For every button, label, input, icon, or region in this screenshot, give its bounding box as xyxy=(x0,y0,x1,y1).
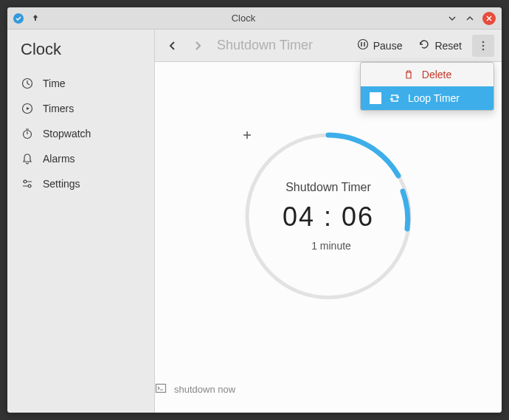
menu-loop-label: Loop Timer xyxy=(408,92,460,104)
command-row: shutdown now xyxy=(155,371,502,413)
clock-icon xyxy=(21,77,34,90)
menu-item-delete[interactable]: Delete xyxy=(361,63,494,86)
reset-button[interactable]: Reset xyxy=(412,35,468,55)
svg-rect-10 xyxy=(156,385,166,393)
context-menu: Delete Loop Timer xyxy=(360,62,494,111)
back-button[interactable] xyxy=(162,35,183,56)
svg-point-3 xyxy=(24,180,27,183)
sidebar-item-label: Timers xyxy=(43,103,74,114)
sidebar: Clock Time Timers xyxy=(7,30,155,413)
svg-point-5 xyxy=(358,40,367,49)
loop-checkbox[interactable] xyxy=(370,92,381,104)
forward-button[interactable] xyxy=(187,35,208,56)
sidebar-item-timers[interactable]: Timers xyxy=(7,96,154,121)
pause-button[interactable]: Pause xyxy=(351,35,409,55)
minimize-button[interactable] xyxy=(447,13,457,24)
reset-icon xyxy=(418,38,430,52)
timer-icon xyxy=(21,102,34,115)
titlebar: Clock xyxy=(7,7,502,30)
terminal-icon xyxy=(155,382,167,396)
sidebar-header: Clock xyxy=(7,30,154,66)
sliders-icon xyxy=(21,177,34,190)
menu-item-loop[interactable]: Loop Timer xyxy=(361,86,494,110)
sidebar-item-label: Stopwatch xyxy=(43,128,91,140)
menu-delete-label: Delete xyxy=(422,69,451,80)
pause-label: Pause xyxy=(373,40,403,52)
stopwatch-icon xyxy=(21,127,34,140)
timer-ring: Shutdown Timer 04 : 06 1 minute xyxy=(242,130,415,303)
sidebar-item-stopwatch[interactable]: Stopwatch xyxy=(7,121,154,146)
maximize-button[interactable] xyxy=(465,13,475,24)
loop-icon xyxy=(389,92,401,104)
svg-point-8 xyxy=(482,48,485,50)
toolbar-title: Shutdown Timer xyxy=(217,38,347,53)
reset-label: Reset xyxy=(434,40,462,52)
svg-point-7 xyxy=(482,44,485,47)
sidebar-item-time[interactable]: Time xyxy=(7,71,154,96)
bell-icon xyxy=(21,152,34,165)
trash-icon xyxy=(403,69,415,80)
sidebar-item-alarms[interactable]: Alarms xyxy=(7,146,154,171)
sidebar-item-label: Settings xyxy=(43,178,80,190)
close-button[interactable] xyxy=(482,12,496,25)
more-menu-button[interactable] xyxy=(472,35,494,57)
app-window: Clock Clock Time xyxy=(7,7,502,413)
sidebar-item-label: Alarms xyxy=(43,153,75,165)
sidebar-item-label: Time xyxy=(43,78,66,89)
sidebar-item-settings[interactable]: Settings xyxy=(7,171,154,196)
command-text: shutdown now xyxy=(174,384,235,395)
svg-point-4 xyxy=(28,185,31,187)
window-title: Clock xyxy=(40,13,447,24)
toolbar: Shutdown Timer Pause Reset xyxy=(155,30,502,62)
svg-point-6 xyxy=(482,41,485,43)
pause-icon xyxy=(357,38,369,52)
pin-icon[interactable] xyxy=(31,14,40,23)
app-badge-icon xyxy=(13,13,24,24)
